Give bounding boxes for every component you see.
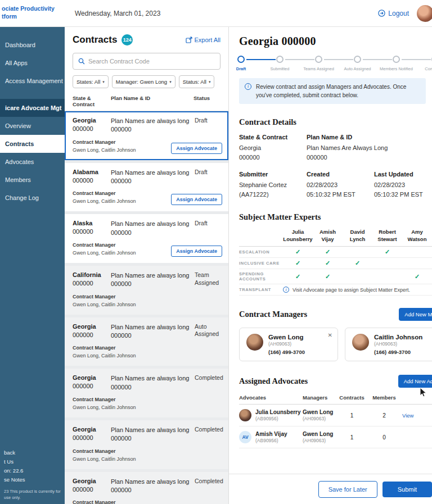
sidebar-item[interactable]: Dashboard xyxy=(0,36,65,54)
sidebar-footer-note: 23 This product is currently for use onl… xyxy=(4,488,61,501)
filter-dropdown[interactable]: States: All ▾ xyxy=(73,75,109,88)
detail-field-value2: (AA71222) xyxy=(239,190,307,199)
contract-card[interactable]: Georgia 000000 Plan Names are always lon… xyxy=(65,317,228,366)
contract-card[interactable]: Georgia 000000 Plan Names are always lon… xyxy=(65,472,228,504)
contract-card[interactable]: Alabama 000000 Plan Names are always lon… xyxy=(65,163,228,212)
sidebar-item[interactable]: Change Log xyxy=(0,189,65,207)
manager-phone: (166) 499-3700 xyxy=(268,349,305,355)
advocate-manager-name: Gwen Long xyxy=(303,409,336,415)
app-logo: ociate Productivity tform xyxy=(0,0,65,27)
contract-card[interactable]: Alaska 000000 Plan Names are always long… xyxy=(65,214,228,263)
sme-expert-name: Amish Vijay xyxy=(313,229,343,243)
advocate-avatar xyxy=(239,409,251,421)
sidebar-footer-link[interactable]: back xyxy=(4,448,61,457)
stepper-step: Auto Assigned xyxy=(338,56,377,71)
col-advocates: Advocates xyxy=(239,394,303,401)
advocate-cell: Julia Lounsberry (AB90956) xyxy=(239,409,303,421)
detail-field-value2: 05:10:32 PM EST xyxy=(374,190,430,199)
sidebar-item-label: Dashboard xyxy=(5,42,35,48)
filter-dropdown[interactable]: Status: All ▾ xyxy=(179,75,215,88)
contract-card[interactable]: California 000000 Plan Names are always … xyxy=(65,266,228,315)
status-badge: Completed xyxy=(195,426,222,443)
contract-id: 000000 xyxy=(73,125,111,132)
view-link[interactable]: View xyxy=(402,412,413,419)
assign-advocate-button[interactable]: Assign Advocate xyxy=(171,143,222,154)
export-all-button[interactable]: Export All xyxy=(186,37,220,43)
advocate-name: Amish Vijay xyxy=(255,431,287,437)
search-input[interactable] xyxy=(88,58,215,65)
add-new-manager-button[interactable]: Add New Manager xyxy=(399,308,432,321)
filter-dropdown[interactable]: Manager: Gwen Long ▾ xyxy=(112,75,176,88)
contract-state: California xyxy=(73,271,111,278)
logo-line1: ociate Productivity xyxy=(2,4,62,12)
progress-stepper: Draft Submitted Teams Assigned xyxy=(229,56,432,71)
contract-detail-panel: Georgia 000000 Draft Submitted T xyxy=(229,27,432,504)
contract-state: Georgia xyxy=(73,426,111,433)
sidebar-footer-link[interactable]: on: 22.6 xyxy=(4,466,61,475)
status-badge: Completed xyxy=(195,374,222,392)
logout-label: Logout xyxy=(388,10,409,17)
add-new-advocate-button[interactable]: Add New Advocate xyxy=(398,375,432,388)
assign-advocate-button[interactable]: Assign Advocate xyxy=(171,194,222,205)
action-bar: Save for Later Submit xyxy=(229,474,432,504)
contract-card[interactable]: Georgia 000000 Plan Names are always lon… xyxy=(65,420,228,469)
advocate-cell: AV Amish Vijay (AB90956) xyxy=(239,431,303,443)
manager-card: Caitlin Johnson (AH09063) (166) 499-3700… xyxy=(345,328,432,361)
col-contracts: Contracts xyxy=(336,394,367,401)
contracts-panel-header: Contracts 124 Export All xyxy=(65,27,228,88)
save-for-later-button[interactable]: Save for Later xyxy=(318,481,377,498)
info-icon: i xyxy=(245,83,251,90)
sidebar-item[interactable]: Contracts xyxy=(0,135,65,153)
sidebar-item[interactable]: Advocates xyxy=(0,153,65,171)
sidebar-footer-link[interactable]: t Us xyxy=(4,457,61,466)
sidebar-item[interactable]: Access Management xyxy=(0,72,65,90)
sidebar-footer-link[interactable]: se Notes xyxy=(4,475,61,484)
logout-button[interactable]: Logout xyxy=(378,10,409,17)
sidebar-item[interactable]: Overview xyxy=(0,117,65,135)
advocates-column-headers: Advocates Managers Contracts Members xyxy=(239,394,432,405)
plan-name: Plan Names are always long xyxy=(111,426,192,434)
contract-card[interactable]: Georgia 000000 Plan Names are always lon… xyxy=(65,111,228,160)
manager-id: (AH09063) xyxy=(268,341,305,347)
plan-id: 000000 xyxy=(111,383,192,392)
sidebar-item[interactable]: Members xyxy=(0,171,65,189)
assign-advocate-button[interactable]: Assign Advocate xyxy=(171,246,222,257)
assigned-advocates-heading: Assigned Advocates xyxy=(239,376,308,386)
advocate-manager-cell: Gwen Long (AH09063) xyxy=(303,431,336,443)
plan-id: 000000 xyxy=(111,125,192,134)
chevron-down-icon: ▾ xyxy=(169,80,172,84)
sidebar-item-label: Contracts xyxy=(5,140,34,147)
check-icon: ✓ xyxy=(313,274,343,280)
stepper-step: Members Notified xyxy=(377,56,416,71)
advocate-row: AV Amish Vijay (AB90956) Gwen Long (AH09… xyxy=(239,426,432,448)
sidebar-item[interactable]: icare Advocate Mgt xyxy=(0,99,65,117)
detail-field: State & Contract Georgia 000000 xyxy=(239,134,307,162)
check-icon: ✓ xyxy=(372,249,402,255)
contracts-list[interactable]: Georgia 000000 Plan Names are always lon… xyxy=(65,111,228,504)
contract-card[interactable]: Georgia 000000 Plan Names are always lon… xyxy=(65,369,228,417)
step-circle-icon xyxy=(276,56,284,63)
detail-field: Submitter Stephanie Cortez (AA71222) xyxy=(239,171,307,199)
contract-manager-label: Contract Manager xyxy=(73,448,222,456)
step-label: Draft xyxy=(236,66,246,71)
sidebar-item-label: Change Log xyxy=(5,194,39,201)
contract-id: 000000 xyxy=(73,434,111,441)
sidebar-item[interactable]: All Apps xyxy=(0,54,65,72)
sme-expert-name: Julia Lounsberry xyxy=(283,229,313,243)
advocate-id: (AB90956) xyxy=(255,438,287,443)
submit-button[interactable]: Submit xyxy=(382,482,432,497)
remove-manager-icon[interactable]: ✕ xyxy=(328,332,332,338)
sme-row: SPENDING ACCOUNTS✓✓✓ xyxy=(239,269,432,284)
sme-row-label: INCLUSIVE CARE xyxy=(239,261,283,266)
plan-id: 000000 xyxy=(111,486,192,494)
search-box xyxy=(73,53,220,70)
advocate-manager-id: (AH09063) xyxy=(303,416,336,421)
check-icon: ✓ xyxy=(313,249,343,255)
sme-header-row: Julia Lounsberry Amish Vijay David Lynch xyxy=(239,229,432,247)
detail-field-label: Last Updated xyxy=(374,171,430,178)
sme-expert-name: Robert Stewart xyxy=(372,229,402,243)
filter-label: Manager: Gwen Long xyxy=(116,79,167,85)
user-avatar[interactable] xyxy=(417,5,432,22)
mouse-cursor xyxy=(420,387,427,398)
contract-details-section: Contract Details State & Contract Georgi… xyxy=(239,117,432,199)
